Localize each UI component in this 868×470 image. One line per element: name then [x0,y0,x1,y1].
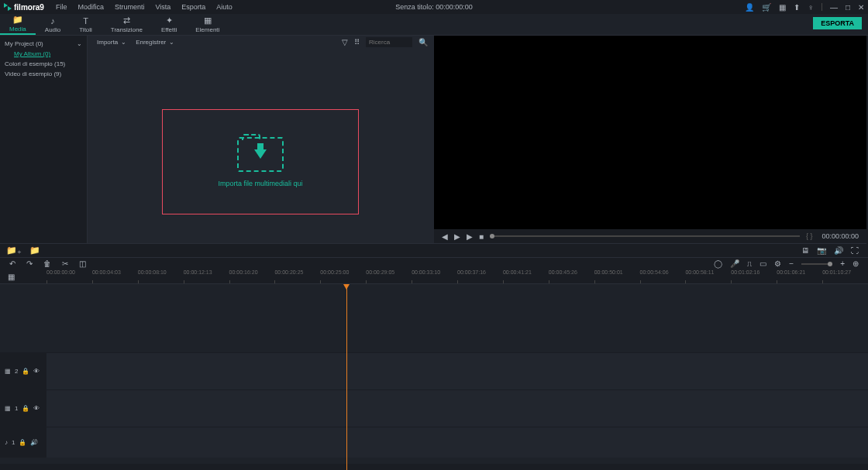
chevron-down-icon: ⌄ [169,39,174,46]
app-logo: filmora9 [4,3,44,12]
undo-button[interactable]: ↶ [9,259,16,268]
grid-view-icon[interactable]: ⠿ [354,38,360,46]
titlebar: filmora9 FileModificaStrumentiVistaEspor… [0,0,868,14]
menu-aiuto[interactable]: Aiuto [216,3,232,11]
marker-brackets[interactable]: { } [806,232,813,240]
eye-icon[interactable]: 👁 [33,368,40,375]
timeline-tracks: ▦2🔒👁▦1🔒👁♪1🔒🔊 [0,284,868,464]
project-sidebar: My Project (0)⌄My Album (0)Colori di ese… [0,36,88,243]
mixer-icon[interactable]: ⎍ [747,259,752,268]
timeline-toolbar: ↶ ↷ 🗑 ✂ ◫ ◯ 🎤 ⎍ ▭ ⚙ − + ⊕ [0,257,868,269]
camera-icon[interactable]: 📷 [817,246,826,255]
bell-icon[interactable]: ♀ [808,3,814,12]
grid-icon[interactable]: ▦ [779,3,786,12]
next-frame-button[interactable]: ▶ [467,232,473,241]
zoom-in-icon[interactable]: + [840,259,845,268]
preview-controls: ◀ ▶ ▶ ■ { } 00:00:00:00 [434,229,866,243]
maximize-button[interactable]: □ [846,3,850,12]
chevron-down-icon: ⌄ [77,40,82,47]
play-button[interactable]: ▶ [454,232,460,241]
tab-bar: 📁Media♪AudioTTitoli⇄Transizione✦Effetti▦… [0,14,868,36]
redo-button[interactable]: ↷ [26,259,33,268]
render-icon[interactable]: ▭ [760,259,766,268]
import-dropdown[interactable]: Importa⌄ [94,39,129,46]
ruler-icon[interactable]: ▦ [8,273,15,281]
preview-panel: ◀ ▶ ▶ ■ { } 00:00:00:00 🖥 📷 🔊 ⛶ [434,36,866,257]
menu-vista[interactable]: Vista [155,3,170,11]
upload-icon[interactable]: ⬆ [794,3,800,12]
preview-bottom-bar: 🖥 📷 🔊 ⛶ [434,243,866,257]
search-icon[interactable]: 🔍 [418,38,428,46]
tab-transizione[interactable]: ⇄Transizione [102,14,152,35]
minimize-button[interactable]: — [830,3,838,12]
arrow-down-icon [254,149,267,159]
playback-slider[interactable] [490,235,800,237]
fit-icon[interactable]: ⊕ [852,259,859,268]
close-button[interactable]: ✕ [858,3,864,12]
tree-item[interactable]: My Project (0)⌄ [5,39,82,49]
stop-button[interactable]: ■ [479,232,484,241]
search-input[interactable] [366,37,412,47]
tab-media[interactable]: 📁Media [0,14,36,35]
filter-icon[interactable]: ▽ [342,38,348,46]
volume-icon[interactable]: 🔊 [30,439,38,446]
tab-audio[interactable]: ♪Audio [36,14,70,35]
preview-video [434,36,866,229]
track-header: ♪1🔒🔊 [0,427,46,458]
menu-strumenti[interactable]: Strumenti [115,3,145,11]
folder-icon [237,137,284,172]
main-row: My Project (0)⌄My Album (0)Colori di ese… [0,36,868,257]
chevron-down-icon: ⌄ [121,39,126,46]
lock-icon[interactable]: 🔒 [22,368,29,375]
marker-icon[interactable]: ◯ [714,259,722,268]
tree-item[interactable]: Colori di esempio (15) [5,59,82,69]
tab-elementi[interactable]: ▦Elementi [186,14,229,35]
app-name: filmora9 [14,3,44,12]
menu-esporta[interactable]: Esporta [181,3,205,11]
lock-icon[interactable]: 🔒 [22,405,29,412]
export-button[interactable]: ESPORTA [813,17,862,29]
cart-icon[interactable]: 🛒 [762,3,771,12]
import-text: Importa file multimediali qui [218,180,302,187]
media-panel: Importa⌄ Enregistrer⌄ ▽ ⠿ 🔍 Importa file… [88,36,434,243]
eye-icon[interactable]: 👁 [33,405,40,412]
crop-button[interactable]: ◫ [79,259,86,268]
split-button[interactable]: ✂ [62,259,68,268]
monitor-icon[interactable]: 🖥 [801,246,809,255]
window-title: Senza titolo: 00:00:00:00 [395,3,473,11]
tree-item[interactable]: My Album (0) [5,49,82,59]
playhead[interactable] [346,284,347,470]
menu-file[interactable]: File [56,3,67,11]
prev-frame-button[interactable]: ◀ [442,232,448,241]
add-folder-icon[interactable]: 📁₊ [6,245,22,256]
zoom-out-icon[interactable]: − [789,259,794,268]
logo-icon [4,3,12,11]
tab-titoli[interactable]: TTitoli [70,14,102,35]
import-drop-zone[interactable]: Importa file multimediali qui [162,109,359,214]
settings-icon[interactable]: ⚙ [774,259,781,268]
fullscreen-icon[interactable]: ⛶ [851,246,859,255]
mic-icon[interactable]: 🎤 [730,259,739,268]
delete-button[interactable]: 🗑 [43,259,51,268]
menu-modifica[interactable]: Modifica [78,3,104,11]
track[interactable]: ♪1🔒🔊 [0,427,868,458]
zoom-slider[interactable] [801,263,832,265]
user-icon[interactable]: 👤 [745,3,754,12]
track[interactable]: ▦1🔒👁 [0,389,868,427]
tree-item[interactable]: Video di esempio (9) [5,69,82,79]
titlebar-right: 👤 🛒 ▦ ⬆ ♀ — □ ✕ [745,3,864,12]
record-dropdown[interactable]: Enregistrer⌄ [133,39,177,46]
track[interactable]: ▦2🔒👁 [0,352,868,389]
media-toolbar: Importa⌄ Enregistrer⌄ ▽ ⠿ 🔍 [88,36,434,48]
preview-timecode: 00:00:00:00 [822,232,859,240]
track-header: ▦2🔒👁 [0,353,46,389]
track-header: ▦1🔒👁 [0,390,46,427]
timeline-ruler[interactable]: ▦ 00:00:00:0000:00:04:0300:00:08:1000:00… [0,269,868,284]
volume-icon[interactable]: 🔊 [834,246,843,255]
folder-icon[interactable]: 📁 [29,245,40,256]
main-menu: FileModificaStrumentiVistaEsportaAiuto [56,3,232,11]
folder-actions: 📁₊ 📁 [0,243,434,257]
tab-effetti[interactable]: ✦Effetti [152,14,186,35]
lock-icon[interactable]: 🔒 [19,439,26,446]
